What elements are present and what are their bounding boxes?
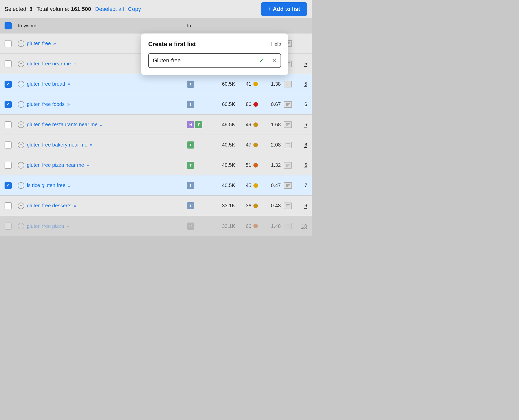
popup-help-link[interactable]: i Help bbox=[269, 41, 281, 47]
cpc-cell: 0.47 bbox=[258, 182, 281, 188]
kd-cell: 47 bbox=[235, 142, 258, 148]
keyword-cell: + gluten free bread » bbox=[18, 81, 187, 87]
keyword-link[interactable]: gluten free bbox=[27, 41, 51, 46]
serp-cell bbox=[281, 81, 295, 87]
row-checkbox-wrap bbox=[5, 182, 18, 189]
row-checkbox-wrap bbox=[5, 223, 18, 230]
kd-value: 36 bbox=[246, 203, 251, 209]
keyword-link[interactable]: gluten free desserts bbox=[27, 203, 71, 209]
popup-cancel-button[interactable]: ✕ bbox=[268, 54, 281, 67]
svg-rect-6 bbox=[286, 83, 290, 83]
table-row: + gluten free pizza » C 33.1K 66 1.48 10 bbox=[0, 216, 312, 236]
row-checkbox[interactable] bbox=[5, 182, 12, 189]
serp-icon[interactable] bbox=[284, 81, 292, 87]
kd-cell: 45 bbox=[235, 182, 258, 188]
intent-badge-i: I bbox=[187, 182, 194, 189]
keyword-link[interactable]: gluten free restaurants near me bbox=[27, 122, 98, 127]
row-checkbox[interactable] bbox=[5, 202, 12, 209]
keyword-cell: + gluten free pizza near me » bbox=[18, 162, 187, 169]
keyword-link[interactable]: gluten free pizza bbox=[27, 223, 64, 229]
svg-rect-21 bbox=[286, 184, 290, 185]
add-keyword-icon[interactable]: + bbox=[18, 203, 24, 209]
svg-rect-22 bbox=[286, 185, 289, 186]
svg-rect-24 bbox=[286, 204, 290, 205]
row-checkbox[interactable] bbox=[5, 60, 12, 67]
kd-dot bbox=[253, 143, 258, 147]
num-cell: 6 bbox=[295, 122, 307, 127]
keyword-link[interactable]: is rice gluten free bbox=[27, 182, 65, 188]
add-keyword-icon[interactable]: + bbox=[18, 121, 24, 128]
intent-badge-t: T bbox=[187, 162, 194, 169]
kd-cell: 66 bbox=[235, 223, 258, 229]
add-keyword-icon[interactable]: + bbox=[18, 40, 24, 47]
serp-icon[interactable] bbox=[284, 203, 292, 209]
popup-input-row: ✓ ✕ bbox=[148, 53, 281, 68]
serp-icon[interactable] bbox=[284, 101, 292, 108]
add-keyword-icon[interactable]: + bbox=[18, 142, 24, 148]
keyword-cell: + gluten free restaurants near me » bbox=[18, 121, 187, 128]
intent-cell: T bbox=[187, 141, 207, 149]
row-checkbox-wrap bbox=[5, 81, 18, 88]
svg-rect-12 bbox=[286, 123, 290, 124]
serp-cell bbox=[281, 101, 295, 108]
row-checkbox-wrap bbox=[5, 40, 18, 47]
add-keyword-icon[interactable]: + bbox=[18, 81, 24, 87]
serp-icon[interactable] bbox=[284, 162, 292, 169]
num-cell: 5 bbox=[295, 81, 307, 87]
keyword-cell: + gluten free bakery near me » bbox=[18, 142, 187, 148]
row-checkbox[interactable] bbox=[5, 162, 12, 169]
popup-confirm-button[interactable]: ✓ bbox=[255, 54, 268, 67]
volume-cell: 60.5K bbox=[207, 81, 235, 87]
row-checkbox[interactable] bbox=[5, 40, 12, 47]
row-checkbox[interactable] bbox=[5, 81, 12, 88]
svg-rect-13 bbox=[286, 124, 289, 125]
serp-icon[interactable] bbox=[284, 142, 292, 148]
intent-badge-i: I bbox=[187, 202, 194, 209]
volume-cell: 33.1K bbox=[207, 203, 235, 209]
serp-icon[interactable] bbox=[284, 182, 292, 189]
column-header-intent: In bbox=[187, 23, 207, 29]
add-keyword-icon[interactable]: + bbox=[18, 182, 24, 189]
row-checkbox[interactable] bbox=[5, 141, 12, 149]
keyword-link[interactable]: gluten free pizza near me bbox=[27, 162, 84, 168]
keyword-link[interactable]: gluten free foods bbox=[27, 101, 65, 107]
svg-rect-23 bbox=[286, 186, 288, 187]
serp-cell bbox=[281, 142, 295, 148]
volume-cell: 40.5K bbox=[207, 162, 235, 168]
serp-icon[interactable] bbox=[284, 121, 292, 128]
volume-cell: 49.5K bbox=[207, 122, 235, 127]
keyword-chevrons: » bbox=[67, 102, 70, 107]
add-keyword-icon[interactable]: + bbox=[18, 101, 24, 108]
cpc-cell: 0.67 bbox=[258, 101, 281, 107]
keyword-link[interactable]: gluten free bread bbox=[27, 81, 65, 87]
select-all-checkbox[interactable] bbox=[5, 22, 12, 29]
selected-label: Selected: 3 bbox=[5, 6, 32, 12]
kd-value: 49 bbox=[246, 122, 251, 127]
intent-cell: I bbox=[187, 101, 207, 108]
kd-value: 45 bbox=[246, 182, 251, 188]
add-to-list-button[interactable]: + Add to list bbox=[261, 2, 307, 16]
intent-badge-i: I bbox=[187, 81, 194, 88]
row-checkbox[interactable] bbox=[5, 121, 12, 128]
add-keyword-icon[interactable]: + bbox=[18, 61, 24, 67]
add-keyword-icon[interactable]: + bbox=[18, 223, 24, 229]
table-row: + gluten free restaurants near me » NT 4… bbox=[0, 115, 312, 135]
list-name-input[interactable] bbox=[149, 54, 255, 67]
svg-rect-10 bbox=[286, 104, 289, 105]
row-checkbox[interactable] bbox=[5, 223, 12, 230]
keyword-link[interactable]: gluten free bakery near me bbox=[27, 142, 87, 148]
total-volume-label: Total volume: 161,500 bbox=[36, 6, 91, 12]
row-checkbox[interactable] bbox=[5, 101, 12, 108]
add-keyword-icon[interactable]: + bbox=[18, 162, 24, 169]
kd-cell: 51 bbox=[235, 162, 258, 168]
keyword-link[interactable]: gluten free near me bbox=[27, 61, 71, 67]
table-header-row: Keyword In bbox=[0, 18, 312, 33]
copy-link[interactable]: Copy bbox=[128, 6, 141, 12]
cpc-cell: 1.32 bbox=[258, 162, 281, 168]
serp-icon[interactable] bbox=[284, 223, 292, 229]
kd-cell: 86 bbox=[235, 101, 258, 107]
kd-cell: 36 bbox=[235, 203, 258, 209]
deselect-all-link[interactable]: Deselect all bbox=[95, 6, 124, 12]
svg-rect-15 bbox=[286, 143, 290, 144]
keyword-cell: + gluten free foods » bbox=[18, 101, 187, 108]
